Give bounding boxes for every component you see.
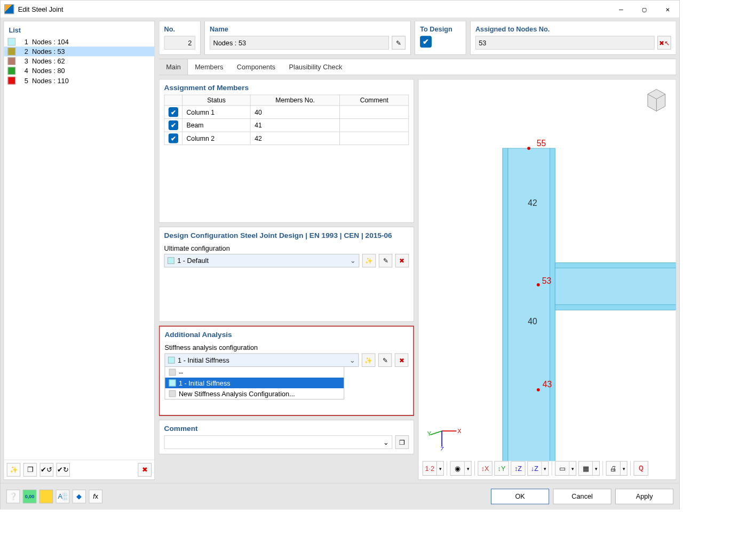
row-members-no: 40 [250,106,339,119]
additional-analysis-card: Additional Analysis Stiffness analysis c… [159,326,415,416]
tab-components[interactable]: Components [230,59,282,75]
option-label: New Stiffness Analysis Configuration... [179,390,295,398]
wire-view-dropdown[interactable]: ▾ [593,461,600,476]
color-swatch [8,67,16,75]
svg-text:40: 40 [528,317,537,326]
view-x-button[interactable]: ↕X [478,461,492,476]
titlebar: Edit Steel Joint — ▢ ✕ [1,1,679,18]
view-y-button[interactable]: ↕Y [494,461,508,476]
check-all-button[interactable]: ✔↺ [40,463,53,476]
delete-stiffness-button[interactable]: ✖ [395,353,408,366]
check-swap-button[interactable]: ✔↻ [57,463,70,476]
no-value: 2 [164,36,195,49]
col-comment: Comment [340,95,409,106]
stiffness-options-popup: --1 - Initial SiffnessNew Stiffness Anal… [164,367,344,399]
ultimate-config-value: 1 - Default [177,257,209,265]
view-neg-z-button[interactable]: ↓Z [527,461,542,476]
new-config-button[interactable]: ✨ [362,254,376,267]
delete-config-button[interactable]: ✖ [395,254,409,267]
tab-members[interactable]: Members [188,59,230,75]
option-label: 1 - Initial Siffness [179,379,231,387]
minimize-button[interactable]: — [609,0,633,18]
row-status: Column 2 [182,132,251,145]
display-mode-button[interactable]: ◉ [450,461,465,476]
list-item[interactable]: 2Nodes : 53 [4,46,154,56]
comment-input[interactable]: ⌄ [164,435,393,449]
stiffness-option[interactable]: New Stiffness Analysis Configuration... [165,388,344,399]
color-swatch [8,38,16,46]
list-item[interactable]: 1Nodes : 104 [4,37,154,46]
edit-stiffness-button[interactable]: ✎ [378,353,392,366]
numbering-button[interactable]: 1·2 [423,461,437,476]
stiffness-option[interactable]: -- [165,367,344,378]
svg-text:43: 43 [543,380,552,389]
stiffness-option[interactable]: 1 - Initial Siffness [165,378,344,388]
formula-button[interactable]: fx [89,490,102,503]
members-table: Status Members No. Comment ✔Column 140✔B… [164,94,409,145]
list-item-index: 1 [19,38,28,46]
close-button[interactable]: ✕ [656,0,679,18]
design-config-card: Design Configuration Steel Joint Design … [159,227,415,322]
cancel-button[interactable]: Cancel [553,489,611,504]
list-item[interactable]: 5Nodes : 110 [4,76,154,85]
numbering-dropdown[interactable]: ▾ [437,461,444,476]
to-design-checkbox[interactable]: ✔ [420,36,432,47]
print-dropdown[interactable]: ▾ [621,461,627,476]
apply-button[interactable]: Apply [615,489,673,504]
comment-history-button[interactable]: ❐ [395,435,409,449]
svg-rect-4 [555,263,676,268]
new-stiffness-button[interactable]: ✨ [362,353,375,366]
edit-name-button[interactable]: ✎ [392,36,405,49]
tab-main[interactable]: Main [159,59,188,75]
svg-rect-0 [508,148,550,463]
row-members-no: 42 [250,132,339,145]
view-neg-z-dropdown[interactable]: ▾ [542,461,549,476]
row-checkbox[interactable]: ✔ [169,133,178,143]
design-config-title: Design Configuration Steel Joint Design … [164,231,409,239]
list-item[interactable]: 4Nodes : 80 [4,66,154,76]
row-comment [340,106,409,119]
info-button[interactable]: A░ [56,490,69,503]
zoom-tool-button[interactable]: Ｑ [634,461,648,476]
swatch-icon [168,257,174,264]
maximize-button[interactable]: ▢ [633,0,656,18]
display-mode-dropdown[interactable]: ▾ [465,461,472,476]
table-row[interactable]: ✔Beam41 [164,118,409,132]
iso-view-button[interactable]: ▭ [555,461,569,476]
list-item-label: Nodes : 53 [32,47,65,55]
wire-view-button[interactable]: ▦ [578,461,593,476]
iso-view-dropdown[interactable]: ▾ [569,461,576,476]
row-checkbox[interactable]: ✔ [169,107,178,117]
list-item-label: Nodes : 80 [32,67,65,75]
export-button[interactable]: ◆ [73,490,86,503]
tab-plausibility-check[interactable]: Plausibility Check [282,59,349,75]
name-value: Nodes : 53 [210,36,389,49]
footer: ❔ 0,00 A░ ◆ fx OK Cancel Apply [1,483,679,509]
table-row[interactable]: ✔Column 242 [164,132,409,145]
edit-config-button[interactable]: ✎ [379,254,392,267]
option-label: -- [179,369,183,377]
ok-button[interactable]: OK [491,489,549,504]
new-item-button[interactable]: ✨ [7,463,20,476]
col-status: Status [182,95,251,106]
view-z-button[interactable]: ↕Z [511,461,525,476]
3d-preview[interactable]: 55 42 40 53 43 X [418,79,677,480]
ultimate-config-dropdown[interactable]: 1 - Default ⌄ [164,254,360,267]
svg-rect-5 [555,305,676,310]
tab-strip: MainMembersComponentsPlausibility Check [159,59,677,75]
row-checkbox[interactable]: ✔ [169,121,178,130]
delete-item-button[interactable]: ✖ [138,463,151,476]
stiffness-config-dropdown[interactable]: 1 - Initial Siffness ⌄ [164,353,359,366]
print-button[interactable]: 🖨 [606,461,621,476]
list-item[interactable]: 3Nodes : 62 [4,57,154,66]
help-button[interactable]: ❔ [6,490,20,503]
comment-title: Comment [164,424,409,432]
window-title: Edit Steel Joint [18,5,63,13]
svg-text:X: X [457,428,461,434]
pick-nodes-button[interactable]: ✖↖ [657,36,671,49]
units-button[interactable]: 0,00 [23,490,36,503]
color-button[interactable] [39,490,53,503]
copy-item-button[interactable]: ❐ [23,463,37,476]
table-row[interactable]: ✔Column 140 [164,106,409,119]
view-cube-icon[interactable] [642,84,671,114]
